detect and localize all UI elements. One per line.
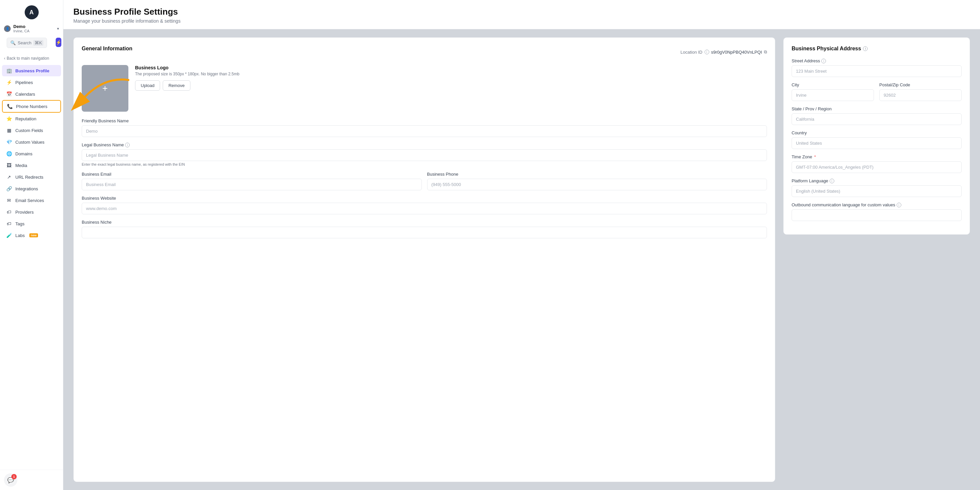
sidebar-item-pipelines[interactable]: ⚡ Pipelines [2,77,61,88]
legal-name-hint: Enter the exact legal business name, as … [82,162,767,166]
legal-name-info-icon: i [125,143,130,147]
sidebar-nav: 🏢 Business Profile ⚡ Pipelines 📅 Calenda… [0,63,63,470]
back-nav[interactable]: ‹ Back to main navigation [0,54,63,63]
city-postal-row: City Postal/Zip Code [792,82,962,107]
sidebar-item-providers[interactable]: 🏷 Providers [2,206,61,218]
friendly-name-input[interactable] [82,125,767,137]
phone-label: Business Phone [427,172,767,177]
sidebar-item-label: Custom Fields [15,128,43,133]
legal-name-label: Legal Business Name i [82,142,767,147]
avatar: A [25,5,39,19]
sidebar-item-label: Labs [15,233,25,238]
postal-input[interactable] [879,89,962,101]
sidebar-item-business-profile[interactable]: 🏢 Business Profile [2,65,61,76]
street-input[interactable] [792,65,962,77]
remove-button[interactable]: Remove [163,80,190,91]
search-bar[interactable]: 🔍 Search ⌘K [7,38,47,48]
niche-input[interactable] [82,227,767,238]
search-icon: 🔍 [10,40,16,45]
sidebar-item-media[interactable]: 🖼 Media [2,160,61,171]
timezone-input[interactable] [792,161,962,173]
email-phone-row: Business Email Business Phone [82,172,767,196]
general-info-card: General Information Location ID i s9r0gV… [73,37,775,482]
sidebar-item-phone-numbers[interactable]: 📞 Phone Numbers [2,100,61,113]
sidebar-item-reputation[interactable]: ⭐ Reputation [2,113,61,124]
calendars-icon: 📅 [6,91,12,97]
url-redirects-icon: ↗ [6,174,12,180]
sidebar-item-label: Media [15,163,27,168]
sidebar-bottom: 💬 1 [0,470,63,490]
platform-language-input[interactable] [792,185,962,197]
chat-bubble-button[interactable]: 💬 1 [4,473,18,487]
sidebar-item-url-redirects[interactable]: ↗ URL Redirects [2,171,61,183]
sidebar-item-label: Integrations [15,186,38,191]
email-label: Business Email [82,172,422,177]
search-shortcut: ⌘K [33,40,43,46]
account-name: Demo [13,24,29,29]
state-input[interactable] [792,113,962,125]
content-area: General Information Location ID i s9r0gV… [64,29,980,490]
main-content: Business Profile Settings Manage your bu… [64,0,980,490]
friendly-name-group: Friendly Business Name [82,118,767,137]
physical-address-title: Business Physical Address i [792,46,962,52]
sidebar: A 👤 Demo Irvine, CA ▾ 🔍 Search ⌘K ⚡ ‹ Ba… [0,0,64,490]
sidebar-avatar-area: A [0,0,63,23]
sidebar-item-label: Domains [15,151,32,156]
logo-placeholder[interactable]: + [82,65,128,112]
street-info-icon: i [821,59,826,63]
sidebar-item-domains[interactable]: 🌐 Domains [2,148,61,159]
website-label: Business Website [82,196,767,200]
timezone-group: Time Zone * [792,154,962,173]
sidebar-item-label: Reputation [15,116,37,121]
sidebar-item-integrations[interactable]: 🔗 Integrations [2,183,61,194]
back-nav-label: Back to main navigation [7,56,49,60]
sidebar-item-calendars[interactable]: 📅 Calendars [2,88,61,100]
location-id-label: Location ID [681,50,703,55]
chevron-down-icon: ▾ [57,26,59,31]
upload-button[interactable]: Upload [135,80,160,91]
timezone-label: Time Zone * [792,154,962,159]
tags-icon: 🏷 [6,221,12,227]
outbound-language-info-icon: i [897,203,901,207]
sidebar-item-label: Providers [15,210,34,215]
pipelines-icon: ⚡ [6,80,12,85]
phone-input[interactable] [427,179,767,190]
logo-info: Business Logo The proposed size is 350px… [135,65,239,91]
website-input[interactable] [82,203,767,214]
sidebar-item-label: Business Profile [15,68,49,73]
sidebar-item-label: Phone Numbers [16,104,47,109]
sidebar-item-tags[interactable]: 🏷 Tags [2,218,61,229]
city-input[interactable] [792,89,874,101]
sidebar-item-email-services[interactable]: ✉ Email Services [2,195,61,206]
sidebar-item-custom-values[interactable]: 💎 Custom Values [2,136,61,148]
outbound-language-input[interactable] [792,209,962,221]
business-profile-icon: 🏢 [6,68,12,74]
lightning-button[interactable]: ⚡ [56,38,61,47]
copy-icon[interactable]: ⧉ [764,49,767,55]
labs-new-badge: new [29,233,38,237]
street-label: Street Address i [792,58,962,63]
providers-icon: 🏷 [6,209,12,215]
email-group: Business Email [82,172,422,190]
sidebar-item-custom-fields[interactable]: ▦ Custom Fields [2,125,61,136]
phone-numbers-icon: 📞 [7,103,13,109]
postal-group: Postal/Zip Code [879,82,962,101]
platform-language-info-icon: i [830,179,834,183]
reputation-icon: ⭐ [6,116,12,122]
email-services-icon: ✉ [6,197,12,203]
sidebar-item-label: Calendars [15,92,35,97]
sidebar-item-labs[interactable]: 🧪 Labs new [2,230,61,241]
sidebar-item-label: URL Redirects [15,175,43,180]
physical-address-info-icon: i [863,46,868,51]
niche-label: Business Niche [82,220,767,225]
phone-group: Business Phone [427,172,767,190]
sidebar-item-label: Tags [15,221,24,226]
search-label: Search [18,40,31,45]
legal-name-input[interactable] [82,150,767,161]
right-column: Business Physical Address i Street Addre… [783,37,970,482]
account-icon: 👤 [4,25,11,32]
account-selector[interactable]: 👤 Demo Irvine, CA ▾ [0,23,63,37]
location-id-info-icon: i [705,50,709,54]
country-input[interactable] [792,137,962,149]
email-input[interactable] [82,179,422,190]
